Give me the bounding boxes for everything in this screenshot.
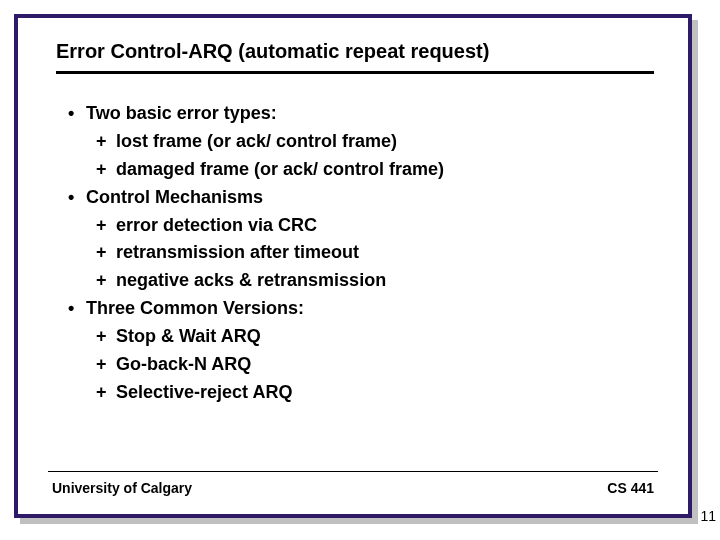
bullet-level2: lost frame (or ack/ control frame) <box>96 128 652 156</box>
title-block: Error Control-ARQ (automatic repeat requ… <box>48 40 658 80</box>
bullet-level1: Three Common Versions: <box>68 295 652 323</box>
bullet-level2: damaged frame (or ack/ control frame) <box>96 156 652 184</box>
bullet-level2: Selective-reject ARQ <box>96 379 652 407</box>
bullet-level1: Control Mechanisms <box>68 184 652 212</box>
bullet-level2: negative acks & retransmission <box>96 267 652 295</box>
slide-title: Error Control-ARQ (automatic repeat requ… <box>56 40 654 63</box>
footer-right: CS 441 <box>607 480 654 496</box>
slide-footer: University of Calgary CS 441 <box>48 480 658 496</box>
bullet-level2: Stop & Wait ARQ <box>96 323 652 351</box>
bullet-level2: Go-back-N ARQ <box>96 351 652 379</box>
bullet-level2: retransmission after timeout <box>96 239 652 267</box>
bullet-level2: error detection via CRC <box>96 212 652 240</box>
footer-rule <box>48 471 658 472</box>
title-underline <box>56 71 654 74</box>
footer-left: University of Calgary <box>52 480 192 496</box>
slide-frame: Error Control-ARQ (automatic repeat requ… <box>14 14 692 518</box>
page-number: 11 <box>700 508 716 524</box>
bullet-level1: Two basic error types: <box>68 100 652 128</box>
slide-content: Two basic error types: lost frame (or ac… <box>48 80 658 471</box>
